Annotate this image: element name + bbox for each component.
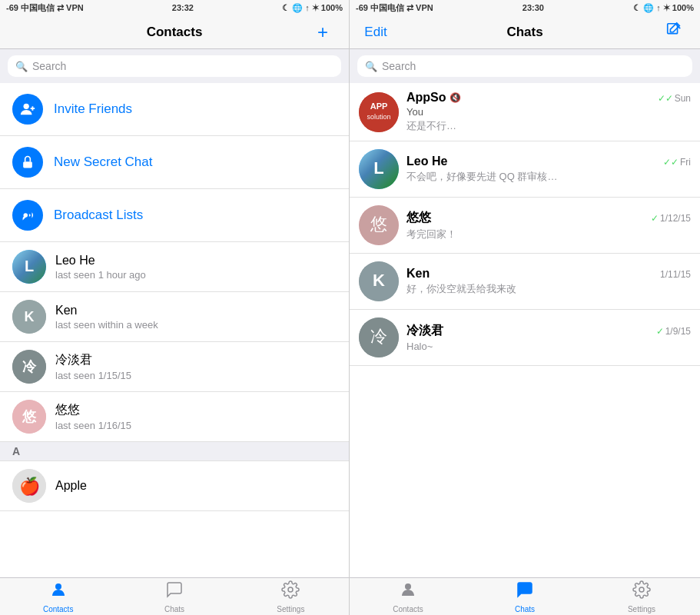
right-nav-bar: Edit Chats <box>350 15 700 49</box>
new-secret-chat-label: New Secret Chat <box>54 155 153 170</box>
chat-preview-leo: 不会吧，好像要先进 QQ 群审核… <box>406 170 691 184</box>
svg-point-15 <box>55 583 61 590</box>
chat-avatar-leng: 冷 <box>359 317 399 357</box>
compose-button[interactable] <box>659 22 689 42</box>
svg-text:悠: 悠 <box>22 409 37 424</box>
contact-row-youyou[interactable]: 悠 悠悠 last seen 1/16/15 <box>0 392 349 442</box>
left-tab-settings[interactable]: Settings <box>233 577 349 616</box>
svg-text:L: L <box>373 158 383 178</box>
contact-row-apple[interactable]: 🍎 Apple <box>0 461 349 511</box>
contact-avatar-youyou: 悠 <box>12 400 46 434</box>
broadcast-lists-item[interactable]: Broadcast Lists <box>0 189 349 242</box>
right-status-left: -69 中国电信 ⇄ VPN <box>356 2 433 14</box>
left-status-bar: -69 中国电信 ⇄ VPN 23:32 ☾ 🌐 ↑ ✶ 100% <box>0 0 349 15</box>
svg-text:solution: solution <box>367 113 390 121</box>
contact-name-youyou: 悠悠 <box>55 402 337 418</box>
chat-time-leng: ✓ 1/9/15 <box>656 326 691 337</box>
right-tab-contacts-label: Contacts <box>393 605 423 613</box>
chat-preview-ken: 好，你没空就丢给我来改 <box>406 282 691 296</box>
check-mark-appso: ✓✓ <box>658 93 673 104</box>
svg-point-16 <box>288 587 293 592</box>
add-contact-button[interactable]: + <box>307 22 338 43</box>
right-settings-icon <box>632 580 651 603</box>
left-status-time: 23:32 <box>172 3 194 12</box>
svg-text:K: K <box>373 271 385 290</box>
chat-list: APP solution AppSo 🔇 ✓✓ Sun You <box>350 83 700 577</box>
contact-sub-ken: last seen within a week <box>55 319 337 331</box>
right-nav-title: Chats <box>391 25 659 40</box>
new-secret-chat-icon <box>12 147 43 178</box>
contact-avatar-apple: 🍎 <box>12 469 46 503</box>
contact-row-ken[interactable]: K Ken last seen within a week <box>0 292 349 342</box>
edit-button[interactable]: Edit <box>360 25 391 40</box>
chat-row-ken[interactable]: K Ken 1/11/15 好，你没空就丢给我来改 <box>350 254 700 310</box>
svg-text:K: K <box>25 309 35 324</box>
contact-name-ken: Ken <box>55 304 337 317</box>
contact-row-leng[interactable]: 冷 冷淡君 last seen 1/15/15 <box>0 342 349 392</box>
chat-row-youyou[interactable]: 悠 悠悠 ✓ 1/12/15 考完回家！ <box>350 198 700 254</box>
contact-avatar-leo-he: L <box>12 250 46 284</box>
left-status-left: -69 中国电信 ⇄ VPN <box>6 2 84 14</box>
chat-main-youyou: 悠悠 ✓ 1/12/15 考完回家！ <box>406 210 691 241</box>
chat-row-leng[interactable]: 冷 冷淡君 ✓ 1/9/15 Halo~ <box>350 310 700 366</box>
right-search-input-wrap[interactable]: 🔍 Search <box>357 55 692 77</box>
chat-avatar-leo: L <box>359 149 399 189</box>
right-tab-settings[interactable]: Settings <box>583 577 700 616</box>
chat-preview-appso: You <box>406 106 691 118</box>
contact-name-leng: 冷淡君 <box>55 352 337 368</box>
right-search-placeholder: Search <box>382 60 416 72</box>
contact-info-leo-he: Leo He last seen 1 hour ago <box>55 254 337 281</box>
chat-time-youyou: ✓ 1/12/15 <box>651 213 691 224</box>
contact-sub-leng: last seen 1/15/15 <box>55 370 337 381</box>
contact-row-leo-he[interactable]: L Leo He last seen 1 hour ago <box>0 242 349 292</box>
left-search-placeholder: Search <box>32 60 66 72</box>
svg-point-0 <box>24 104 29 109</box>
left-search-input-wrap[interactable]: 🔍 Search <box>8 55 341 77</box>
chat-row-appso[interactable]: APP solution AppSo 🔇 ✓✓ Sun You <box>350 83 700 141</box>
invite-friends-item[interactable]: Invite Friends <box>0 83 349 136</box>
left-tab-contacts[interactable]: Contacts <box>0 577 116 616</box>
section-header-a: A <box>0 442 349 461</box>
check-mark-leo: ✓✓ <box>663 157 678 168</box>
left-tab-chats[interactable]: Chats <box>116 577 232 616</box>
left-tab-chats-label: Chats <box>164 605 184 613</box>
chat-main-appso: AppSo 🔇 ✓✓ Sun You 还是不行… <box>406 91 691 133</box>
invite-friends-label: Invite Friends <box>54 101 132 117</box>
left-tab-bar: Contacts Chats Settings <box>0 577 349 615</box>
chat-preview-leng: Halo~ <box>406 341 691 352</box>
chat-avatar-appso: APP solution <box>359 92 399 132</box>
chat-main-ken: Ken 1/11/15 好，你没空就丢给我来改 <box>406 267 691 296</box>
new-secret-chat-item[interactable]: New Secret Chat <box>0 136 349 189</box>
check-mark-youyou: ✓ <box>651 213 659 224</box>
left-panel: -69 中国电信 ⇄ VPN 23:32 ☾ 🌐 ↑ ✶ 100% Contac… <box>0 0 350 615</box>
svg-text:APP: APP <box>370 101 388 111</box>
right-tab-contacts[interactable]: Contacts <box>350 577 466 616</box>
contact-info-apple: Apple <box>55 479 337 493</box>
right-tab-chats[interactable]: Chats <box>466 577 583 616</box>
left-contacts-icon <box>49 580 68 603</box>
chat-time-leo: ✓✓ Fri <box>663 157 691 168</box>
invite-friends-icon <box>12 94 43 125</box>
right-chats-icon <box>516 580 534 603</box>
contact-name-leo-he: Leo He <box>55 254 337 268</box>
check-mark-leng: ✓ <box>656 326 664 337</box>
chat-row-leo[interactable]: L Leo He ✓✓ Fri 不会吧，好像要先进 QQ 群审核… <box>350 141 700 198</box>
left-nav-title: Contacts <box>41 25 307 40</box>
svg-point-30 <box>639 587 644 592</box>
chat-avatar-ken: K <box>359 261 399 301</box>
contact-sub-youyou: last seen 1/16/15 <box>55 420 337 431</box>
contact-avatar-leng: 冷 <box>12 350 46 384</box>
right-status-bar: -69 中国电信 ⇄ VPN 23:30 ☾ 🌐 ↑ ✶ 100% <box>350 0 700 15</box>
contacts-list: Invite Friends New Secret Chat Broadc <box>0 83 349 577</box>
right-panel: -69 中国电信 ⇄ VPN 23:30 ☾ 🌐 ↑ ✶ 100% Edit C… <box>350 0 700 615</box>
svg-text:悠: 悠 <box>370 214 387 234</box>
left-chats-icon <box>165 580 184 603</box>
left-search-bar: 🔍 Search <box>0 49 349 83</box>
contact-info-youyou: 悠悠 last seen 1/16/15 <box>55 402 337 431</box>
chat-name-appso: AppSo 🔇 <box>406 91 461 105</box>
contact-info-ken: Ken last seen within a week <box>55 304 337 331</box>
contact-avatar-ken: K <box>12 300 46 334</box>
chat-main-leo: Leo He ✓✓ Fri 不会吧，好像要先进 QQ 群审核… <box>406 155 691 184</box>
chat-preview2-appso: 还是不行… <box>406 119 691 133</box>
chat-avatar-youyou: 悠 <box>359 205 399 245</box>
